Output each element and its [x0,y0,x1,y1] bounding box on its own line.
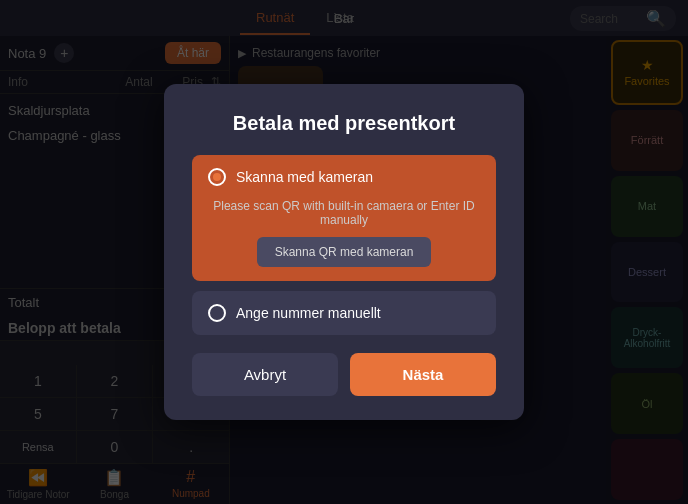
modal-title: Betala med presentkort [192,112,496,135]
modal-action-buttons: Avbryt Nästa [192,353,496,396]
modal-option-scan-body: Please scan QR with built-in camaera or … [192,199,496,281]
modal-cancel-button[interactable]: Avbryt [192,353,338,396]
radio-manual[interactable] [208,304,226,322]
radio-empty-manual [213,309,221,317]
modal-option-manual-label: Ange nummer manuellt [236,305,381,321]
modal-option-scan-label: Skanna med kameran [236,169,373,185]
modal-option-manual[interactable]: Ange nummer manuellt [192,291,496,335]
scan-qr-button[interactable]: Skanna QR med kameran [257,237,432,267]
modal-scan-info: Please scan QR with built-in camaera or … [208,199,480,227]
modal-option-manual-header[interactable]: Ange nummer manuellt [192,291,496,335]
modal-presentkort: Betala med presentkort Skanna med kamera… [164,84,524,420]
modal-next-button[interactable]: Nästa [350,353,496,396]
modal-overlay: Betala med presentkort Skanna med kamera… [0,0,688,504]
modal-option-scan-header[interactable]: Skanna med kameran [192,155,496,199]
modal-option-scan[interactable]: Skanna med kameran Please scan QR with b… [192,155,496,281]
radio-dot-scan [213,173,221,181]
radio-scan[interactable] [208,168,226,186]
